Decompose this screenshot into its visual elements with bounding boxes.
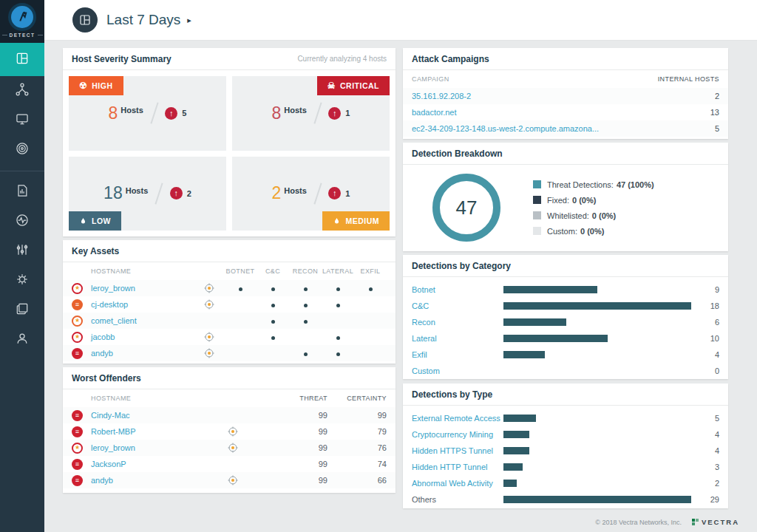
host-severity-panel: Host Severity Summary Currently analyzin… — [63, 48, 396, 236]
sidebar-item-health[interactable] — [0, 207, 44, 236]
dashboard-icon — [15, 51, 30, 69]
hostname-link[interactable]: Cindy-Mac — [91, 411, 130, 420]
host-badge-icon — [72, 283, 83, 294]
sidebar-item-triage[interactable] — [0, 236, 44, 266]
category-link[interactable]: Botnet — [412, 285, 503, 294]
table-row: Robert-MBP 99 79 — [63, 423, 396, 440]
chart-row: Exfil 4 — [403, 347, 728, 363]
chart-row: Abnormal Web Activity 2 — [403, 475, 728, 491]
detection-dot — [336, 287, 340, 291]
sidebar-item-dashboard[interactable] — [0, 43, 44, 76]
table-row: leroy_brown — [63, 280, 396, 296]
detection-type-link[interactable]: Abnormal Web Activity — [412, 479, 503, 488]
hostname-link[interactable]: leroy_brown — [91, 443, 135, 452]
panel-title: Detection Breakdown — [412, 149, 503, 159]
detection-type-link[interactable]: Hidden HTTP Tunnel — [412, 463, 503, 471]
detection-dot — [304, 352, 308, 356]
detection-dot — [336, 352, 340, 356]
detection-type-link[interactable]: External Remote Access — [412, 414, 503, 423]
chart-row: Cryptocurrency Mining 4 — [403, 426, 728, 443]
detection-type-link[interactable]: Cryptocurrency Mining — [412, 430, 503, 439]
detection-dot — [271, 287, 275, 291]
type-count: 4 — [699, 430, 719, 439]
hostname-link[interactable]: andyb — [91, 476, 113, 485]
chart-row: Recon 6 — [403, 314, 728, 330]
chart-row: Botnet 9 — [403, 282, 728, 298]
category-count: 18 — [699, 301, 719, 310]
sidebar-item-network[interactable] — [0, 76, 44, 106]
detection-dot — [369, 287, 373, 291]
sidebar-item-detections[interactable] — [0, 135, 44, 165]
page-title[interactable]: Last 7 Days — [106, 12, 180, 28]
type-bar — [503, 480, 517, 487]
detection-dot — [336, 304, 340, 307]
hostname-link[interactable]: comet_client — [91, 316, 137, 325]
hostname-link[interactable]: JacksonP — [91, 460, 126, 468]
certainty-score: 99 — [327, 411, 387, 420]
table-row: JacksonP 99 74 — [63, 456, 396, 472]
type-count: 5 — [699, 414, 719, 423]
category-link[interactable]: Lateral — [412, 334, 503, 343]
sidebar-item-reports[interactable] — [0, 177, 44, 207]
severity-quadrant-high[interactable]: ☢ HIGH 8 Hosts ↑ 5 — [69, 76, 226, 151]
campaign-link[interactable]: 35.161.92.208-2 — [412, 92, 471, 100]
severity-quadrant-low[interactable]: LOW 18 Hosts ↑ 2 — [69, 157, 226, 231]
hostname-link[interactable]: andyb — [91, 349, 113, 358]
detection-dot — [336, 336, 340, 340]
category-link[interactable]: C&C — [412, 301, 503, 310]
hosts-label: Hosts — [120, 106, 143, 115]
category-bar — [503, 318, 566, 326]
chart-row: Lateral 10 — [403, 330, 728, 347]
type-bar — [503, 496, 691, 503]
category-link[interactable]: Exfil — [412, 350, 503, 359]
threat-score: 99 — [283, 427, 327, 436]
report-document-icon — [15, 183, 30, 201]
brand-label: DETECT — [10, 33, 35, 38]
sidebar-item-library[interactable] — [0, 296, 44, 325]
host-badge-icon — [72, 299, 83, 310]
campaign-link[interactable]: ec2-34-209-123-148.us-west-2.compute.ama… — [412, 124, 599, 133]
campaign-link[interactable]: badactor.net — [412, 108, 457, 117]
detection-type-link[interactable]: Hidden HTTPS Tunnel — [412, 446, 503, 455]
vectra-detect-logo-icon — [8, 3, 36, 31]
category-bar — [503, 335, 608, 342]
host-badge-icon — [72, 410, 83, 421]
key-asset-target-icon — [228, 426, 238, 437]
legend-swatch — [533, 180, 541, 188]
type-bar — [503, 447, 529, 454]
type-bar — [503, 463, 523, 471]
chart-row: Others 29 — [403, 491, 728, 508]
hostname-link[interactable]: leroy_brown — [91, 284, 135, 293]
host-delta: 2 — [187, 189, 191, 198]
table-row: andyb — [63, 345, 396, 361]
key-asset-target-icon — [204, 299, 214, 310]
hostname-link[interactable]: jacobb — [91, 332, 115, 341]
donut-legend: Threat Detections:47 (100%) Fixed:0 (0%)… — [533, 180, 654, 236]
detection-dot — [271, 320, 275, 324]
flame-icon — [79, 216, 87, 226]
severity-quadrant-critical[interactable]: ☠ CRITICAL 8 Hosts ↑ 1 — [232, 76, 390, 151]
category-bar — [503, 286, 597, 293]
sidebar-item-settings[interactable] — [0, 266, 44, 296]
severity-quadrant-medium[interactable]: MEDIUM 2 Hosts ↑ 1 — [232, 157, 390, 231]
caret-right-icon[interactable]: ▸ — [187, 16, 191, 25]
category-link[interactable]: Recon — [412, 318, 503, 327]
chart-row: Hidden HTTPS Tunnel 4 — [403, 443, 728, 459]
chart-row: C&C 18 — [403, 298, 728, 314]
hostname-link[interactable]: Robert-MBP — [91, 427, 136, 436]
host-count: 2 — [272, 183, 282, 203]
host-badge-icon — [72, 348, 83, 359]
certainty-score: 79 — [327, 427, 387, 436]
legend-swatch — [533, 196, 541, 204]
sidebar-item-account[interactable] — [0, 325, 44, 355]
sidebar: DETECT — [0, 0, 44, 532]
detection-dot — [304, 287, 308, 291]
detection-dot — [271, 304, 275, 307]
hostname-link[interactable]: cj-desktop — [91, 300, 128, 309]
sidebar-item-hosts[interactable] — [0, 106, 44, 135]
page-header: Last 7 Days ▸ — [44, 0, 757, 41]
type-count: 3 — [699, 463, 719, 471]
type-bar — [503, 431, 529, 438]
flame-icon — [333, 216, 341, 226]
category-link[interactable]: Custom — [412, 366, 503, 375]
